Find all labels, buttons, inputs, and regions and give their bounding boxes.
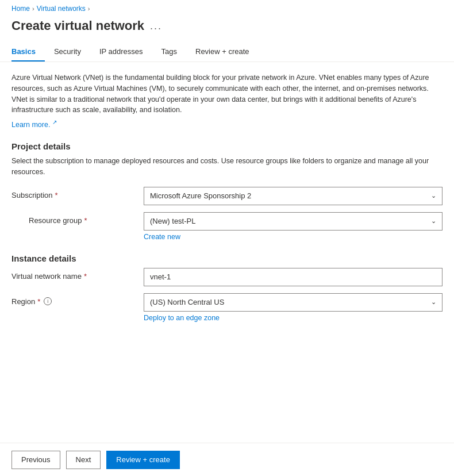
external-link-icon: ↗: [52, 119, 57, 125]
tab-security[interactable]: Security: [45, 43, 90, 62]
region-value: (US) North Central US: [150, 298, 224, 306]
tab-ip-addresses[interactable]: IP addresses: [90, 43, 152, 62]
create-new-link[interactable]: Create new: [144, 233, 180, 241]
page-menu-icon[interactable]: ...: [150, 20, 162, 32]
next-button[interactable]: Next: [66, 451, 101, 469]
vnet-name-label: Virtual network name *: [11, 268, 144, 281]
content-area: Azure Virtual Network (VNet) is the fund…: [0, 62, 454, 375]
instance-details-title: Instance details: [11, 254, 443, 263]
review-create-button[interactable]: Review + create: [106, 451, 180, 469]
tab-tags[interactable]: Tags: [152, 43, 186, 62]
breadcrumb-virtual-networks[interactable]: Virtual networks: [37, 5, 86, 13]
tab-review-create[interactable]: Review + create: [186, 43, 259, 62]
resource-group-required: *: [84, 216, 87, 225]
vnet-name-input[interactable]: [144, 268, 443, 286]
deploy-edge-zone-link[interactable]: Deploy to an edge zone: [144, 314, 220, 322]
resource-group-control: (New) test-PL ⌄ Create new: [144, 212, 443, 241]
region-chevron-icon: ⌄: [431, 298, 436, 306]
bottom-bar: Previous Next Review + create: [0, 443, 454, 476]
subscription-row: Subscription * Microsoft Azure Sponsorsh…: [11, 187, 443, 205]
tabs-row: Basics Security IP addresses Tags Review…: [0, 43, 454, 62]
subscription-required: *: [55, 191, 58, 199]
subscription-chevron-icon: ⌄: [431, 192, 436, 199]
resource-group-select[interactable]: (New) test-PL ⌄: [144, 212, 443, 231]
breadcrumb: Home › Virtual networks ›: [0, 0, 454, 16]
project-details-title: Project details: [11, 141, 443, 151]
breadcrumb-home[interactable]: Home: [11, 5, 30, 13]
region-label: Region * i: [11, 293, 144, 306]
instance-details-section: Instance details Virtual network name * …: [11, 254, 443, 322]
resource-group-chevron-icon: ⌄: [431, 217, 436, 225]
resource-group-row: Resource group * (New) test-PL ⌄ Create …: [11, 212, 443, 241]
resource-group-label: Resource group *: [11, 212, 144, 225]
vnet-name-control: [144, 268, 443, 286]
breadcrumb-sep-2: ›: [88, 5, 90, 12]
vnet-name-row: Virtual network name *: [11, 268, 443, 286]
breadcrumb-sep-1: ›: [32, 5, 34, 12]
learn-more-link[interactable]: Learn more. ↗: [11, 121, 57, 129]
tab-basics[interactable]: Basics: [11, 43, 45, 62]
vnet-name-required: *: [84, 272, 87, 281]
page-title-row: Create virtual network ...: [0, 16, 454, 43]
project-details-section: Project details Select the subscription …: [11, 141, 443, 241]
region-required: *: [37, 297, 40, 306]
region-select[interactable]: (US) North Central US ⌄: [144, 293, 443, 312]
subscription-label: Subscription *: [11, 187, 144, 199]
region-row: Region * i (US) North Central US ⌄ Deplo…: [11, 293, 443, 322]
previous-button[interactable]: Previous: [11, 451, 60, 469]
description-text: Azure Virtual Network (VNet) is the fund…: [11, 72, 443, 116]
subscription-control: Microsoft Azure Sponsorship 2 ⌄: [144, 187, 443, 205]
project-details-desc: Select the subscription to manage deploy…: [11, 156, 443, 178]
subscription-value: Microsoft Azure Sponsorship 2: [150, 191, 251, 200]
region-control: (US) North Central US ⌄ Deploy to an edg…: [144, 293, 443, 322]
region-info-icon[interactable]: i: [44, 297, 52, 305]
resource-group-value: (New) test-PL: [150, 217, 195, 225]
page-title: Create virtual network: [11, 18, 144, 33]
subscription-select[interactable]: Microsoft Azure Sponsorship 2 ⌄: [144, 187, 443, 205]
